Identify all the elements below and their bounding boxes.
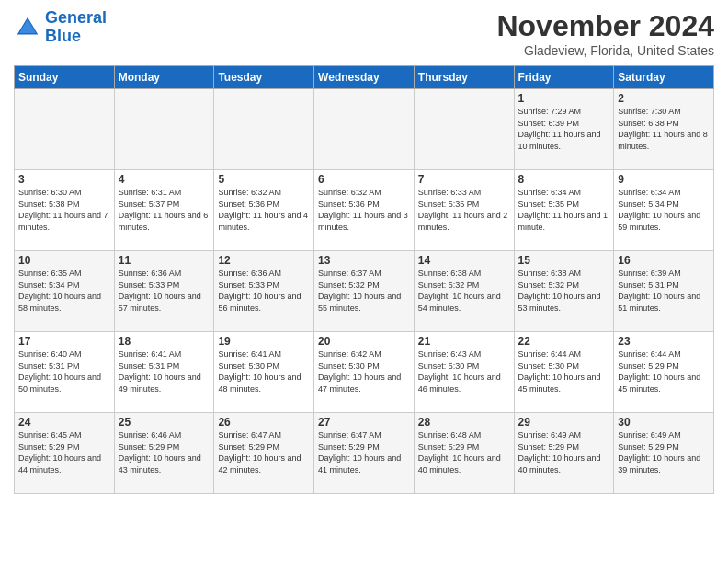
day-info: Sunrise: 6:47 AM Sunset: 5:29 PM Dayligh… [218, 430, 310, 476]
day-info: Sunrise: 6:36 AM Sunset: 5:33 PM Dayligh… [119, 268, 210, 314]
table-row: 13Sunrise: 6:37 AM Sunset: 5:32 PM Dayli… [314, 251, 415, 332]
title-section: November 2024 Gladeview, Florida, United… [496, 9, 714, 58]
day-number: 7 [418, 173, 510, 186]
table-row: 19Sunrise: 6:41 AM Sunset: 5:30 PM Dayli… [214, 332, 314, 413]
table-row: 30Sunrise: 6:49 AM Sunset: 5:29 PM Dayli… [614, 413, 714, 494]
table-row: 14Sunrise: 6:38 AM Sunset: 5:32 PM Dayli… [414, 251, 514, 332]
day-number: 18 [119, 335, 210, 348]
table-row: 25Sunrise: 6:46 AM Sunset: 5:29 PM Dayli… [114, 413, 214, 494]
day-info: Sunrise: 6:37 AM Sunset: 5:32 PM Dayligh… [318, 268, 410, 314]
day-info: Sunrise: 6:38 AM Sunset: 5:32 PM Dayligh… [518, 268, 610, 314]
table-row: 11Sunrise: 6:36 AM Sunset: 5:33 PM Dayli… [114, 251, 214, 332]
day-info: Sunrise: 7:29 AM Sunset: 6:39 PM Dayligh… [518, 106, 610, 152]
day-info: Sunrise: 6:41 AM Sunset: 5:30 PM Dayligh… [218, 349, 310, 395]
table-row: 10Sunrise: 6:35 AM Sunset: 5:34 PM Dayli… [15, 251, 115, 332]
day-info: Sunrise: 6:39 AM Sunset: 5:31 PM Dayligh… [618, 268, 710, 314]
day-info: Sunrise: 6:38 AM Sunset: 5:32 PM Dayligh… [418, 268, 510, 314]
day-info: Sunrise: 6:32 AM Sunset: 5:36 PM Dayligh… [218, 187, 310, 233]
table-row: 23Sunrise: 6:44 AM Sunset: 5:29 PM Dayli… [614, 332, 714, 413]
day-info: Sunrise: 6:31 AM Sunset: 5:37 PM Dayligh… [119, 187, 210, 233]
day-info: Sunrise: 6:48 AM Sunset: 5:29 PM Dayligh… [418, 430, 510, 476]
col-tuesday: Tuesday [214, 66, 314, 89]
day-info: Sunrise: 6:43 AM Sunset: 5:30 PM Dayligh… [418, 349, 510, 395]
day-number: 12 [218, 254, 310, 267]
day-number: 22 [518, 335, 610, 348]
table-row: 24Sunrise: 6:45 AM Sunset: 5:29 PM Dayli… [15, 413, 115, 494]
col-monday: Monday [114, 66, 214, 89]
day-info: Sunrise: 6:36 AM Sunset: 5:33 PM Dayligh… [218, 268, 310, 314]
table-row: 16Sunrise: 6:39 AM Sunset: 5:31 PM Dayli… [614, 251, 714, 332]
day-number: 13 [318, 254, 410, 267]
day-number: 1 [518, 92, 610, 105]
page-container: General Blue November 2024 Gladeview, Fl… [0, 0, 728, 503]
day-number: 2 [618, 92, 710, 105]
table-row: 3Sunrise: 6:30 AM Sunset: 5:38 PM Daylig… [15, 170, 115, 251]
day-info: Sunrise: 6:35 AM Sunset: 5:34 PM Dayligh… [18, 268, 110, 314]
col-sunday: Sunday [15, 66, 115, 89]
day-number: 6 [318, 173, 410, 186]
day-info: Sunrise: 6:47 AM Sunset: 5:29 PM Dayligh… [318, 430, 410, 476]
day-info: Sunrise: 6:30 AM Sunset: 5:38 PM Dayligh… [18, 187, 110, 233]
day-number: 30 [618, 416, 710, 429]
logo: General Blue [14, 9, 107, 46]
table-row [114, 89, 214, 170]
day-number: 26 [218, 416, 310, 429]
day-number: 10 [18, 254, 110, 267]
day-number: 8 [518, 173, 610, 186]
day-info: Sunrise: 6:42 AM Sunset: 5:30 PM Dayligh… [318, 349, 410, 395]
table-row [214, 89, 314, 170]
table-row [414, 89, 514, 170]
col-wednesday: Wednesday [314, 66, 415, 89]
table-row: 6Sunrise: 6:32 AM Sunset: 5:36 PM Daylig… [314, 170, 415, 251]
svg-marker-1 [19, 19, 36, 33]
day-info: Sunrise: 6:44 AM Sunset: 5:30 PM Dayligh… [518, 349, 610, 395]
table-row: 26Sunrise: 6:47 AM Sunset: 5:29 PM Dayli… [214, 413, 314, 494]
day-info: Sunrise: 6:34 AM Sunset: 5:35 PM Dayligh… [518, 187, 610, 233]
table-row: 4Sunrise: 6:31 AM Sunset: 5:37 PM Daylig… [114, 170, 214, 251]
calendar-header: Sunday Monday Tuesday Wednesday Thursday… [15, 66, 714, 89]
table-row: 15Sunrise: 6:38 AM Sunset: 5:32 PM Dayli… [514, 251, 614, 332]
day-number: 25 [119, 416, 210, 429]
day-number: 14 [418, 254, 510, 267]
calendar-table: Sunday Monday Tuesday Wednesday Thursday… [14, 65, 714, 494]
col-friday: Friday [514, 66, 614, 89]
table-row: 18Sunrise: 6:41 AM Sunset: 5:31 PM Dayli… [114, 332, 214, 413]
col-thursday: Thursday [414, 66, 514, 89]
day-info: Sunrise: 6:32 AM Sunset: 5:36 PM Dayligh… [318, 187, 410, 233]
table-row: 20Sunrise: 6:42 AM Sunset: 5:30 PM Dayli… [314, 332, 415, 413]
month-year: November 2024 [496, 9, 714, 43]
day-number: 29 [518, 416, 610, 429]
day-info: Sunrise: 6:45 AM Sunset: 5:29 PM Dayligh… [18, 430, 110, 476]
day-number: 21 [418, 335, 510, 348]
table-row: 27Sunrise: 6:47 AM Sunset: 5:29 PM Dayli… [314, 413, 415, 494]
day-info: Sunrise: 6:41 AM Sunset: 5:31 PM Dayligh… [119, 349, 210, 395]
table-row: 28Sunrise: 6:48 AM Sunset: 5:29 PM Dayli… [414, 413, 514, 494]
day-info: Sunrise: 6:34 AM Sunset: 5:34 PM Dayligh… [618, 187, 710, 233]
day-number: 19 [218, 335, 310, 348]
day-number: 11 [119, 254, 210, 267]
day-number: 5 [218, 173, 310, 186]
table-row: 21Sunrise: 6:43 AM Sunset: 5:30 PM Dayli… [414, 332, 514, 413]
logo-icon [14, 14, 41, 41]
day-number: 24 [18, 416, 110, 429]
day-info: Sunrise: 6:49 AM Sunset: 5:29 PM Dayligh… [518, 430, 610, 476]
day-number: 28 [418, 416, 510, 429]
day-number: 4 [119, 173, 210, 186]
day-info: Sunrise: 6:49 AM Sunset: 5:29 PM Dayligh… [618, 430, 710, 476]
day-number: 16 [618, 254, 710, 267]
table-row: 2Sunrise: 7:30 AM Sunset: 6:38 PM Daylig… [614, 89, 714, 170]
table-row: 7Sunrise: 6:33 AM Sunset: 5:35 PM Daylig… [414, 170, 514, 251]
logo-text: General Blue [45, 9, 107, 46]
table-row: 17Sunrise: 6:40 AM Sunset: 5:31 PM Dayli… [15, 332, 115, 413]
header-section: General Blue November 2024 Gladeview, Fl… [14, 9, 714, 58]
day-number: 3 [18, 173, 110, 186]
day-number: 9 [618, 173, 710, 186]
day-info: Sunrise: 6:40 AM Sunset: 5:31 PM Dayligh… [18, 349, 110, 395]
day-number: 23 [618, 335, 710, 348]
table-row: 12Sunrise: 6:36 AM Sunset: 5:33 PM Dayli… [214, 251, 314, 332]
table-row [15, 89, 115, 170]
day-info: Sunrise: 7:30 AM Sunset: 6:38 PM Dayligh… [618, 106, 710, 152]
table-row: 22Sunrise: 6:44 AM Sunset: 5:30 PM Dayli… [514, 332, 614, 413]
logo-line1: General [45, 8, 107, 27]
day-info: Sunrise: 6:33 AM Sunset: 5:35 PM Dayligh… [418, 187, 510, 233]
